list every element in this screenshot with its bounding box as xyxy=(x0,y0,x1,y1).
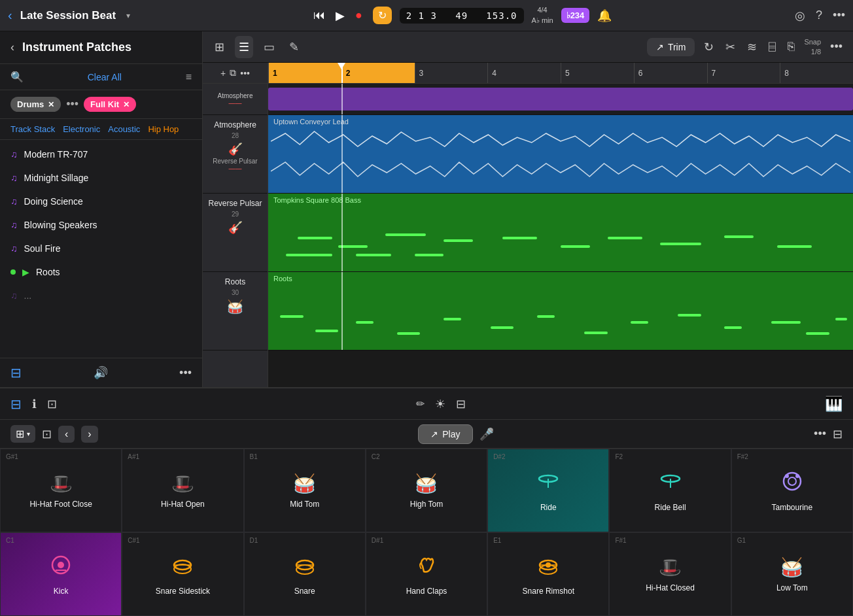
title-dropdown-arrow[interactable]: ▾ xyxy=(126,11,130,20)
track-more-button[interactable]: ••• xyxy=(240,68,250,78)
pad-mid-tom[interactable]: B1 🥁 Mid Tom xyxy=(244,449,366,532)
tag-more-button[interactable]: ••• xyxy=(66,97,78,111)
help-icon[interactable]: ? xyxy=(816,9,822,22)
play-button[interactable]: ▶ xyxy=(336,9,345,23)
loop-button[interactable]: ↻ xyxy=(373,7,392,24)
bracket-icon[interactable]: ⌸ xyxy=(766,37,778,56)
track-bass-content[interactable]: Tompkins Square 808 Bass xyxy=(268,194,853,272)
pad-kick[interactable]: C1 Kick xyxy=(0,532,122,616)
overflow-menu-icon[interactable]: ••• xyxy=(833,9,845,22)
copy-icon[interactable]: ⎘ xyxy=(785,37,797,56)
instrument-patches-panel: ‹ Instrument Patches 🔍 Clear All ≡ Drums… xyxy=(0,31,203,387)
track-roots-number: 30 xyxy=(232,289,239,296)
patch-music-icon-2: ♫ xyxy=(10,173,18,183)
key-display[interactable]: ♭234 xyxy=(561,8,590,23)
patch-soul-fire[interactable]: ♫ Soul Fire xyxy=(0,237,202,260)
pencil-tool[interactable]: ✏ xyxy=(416,398,425,410)
bass-note-1 xyxy=(298,237,333,239)
info-button[interactable]: ℹ xyxy=(32,397,37,411)
patch-blowing-speakers[interactable]: ♫ Blowing Speakers xyxy=(0,213,202,237)
fullkit-tag[interactable]: Full Kit ✕ xyxy=(84,97,136,112)
pad-tambourine[interactable]: F#2 Tambourine xyxy=(731,449,853,532)
ruler-header-controls: + ⧉ ••• xyxy=(203,63,268,84)
pad-hihat-closed[interactable]: F#1 🎩 Hi-Hat Closed xyxy=(609,532,731,616)
patch-modern-tr707[interactable]: ♫ Modern TR-707 xyxy=(0,143,202,166)
waveform-lower xyxy=(268,158,853,184)
loop-timeline-icon[interactable]: ↻ xyxy=(701,37,716,57)
play-cursor-icon: ↗ xyxy=(430,429,438,439)
grid-view-button[interactable]: ⊞ xyxy=(211,36,228,58)
rect-view-button[interactable]: ▭ xyxy=(260,36,279,58)
grid-dropdown-arrow: ▾ xyxy=(27,430,30,437)
track-roots-content[interactable]: Roots xyxy=(268,272,853,351)
patch-extra[interactable]: ♫ ... xyxy=(0,284,202,307)
filter-icon[interactable]: ≡ xyxy=(186,71,192,83)
volume-icon[interactable]: 🔊 xyxy=(29,366,171,380)
pad-hihat-open[interactable]: A#1 🎩 Hi-Hat Open xyxy=(122,449,243,532)
cat-electronic[interactable]: Electronic xyxy=(63,124,100,134)
wave-icon[interactable]: ≋ xyxy=(744,37,759,57)
right-icons: ◎ ? ••• xyxy=(795,9,845,23)
sub-more-button[interactable]: ••• xyxy=(814,427,826,441)
roots-note-8 xyxy=(584,332,608,334)
drum-machine-icon[interactable]: ⊟ xyxy=(10,365,22,381)
pad-note-c1: C1 xyxy=(6,537,14,544)
pad-high-tom[interactable]: C2 🥁 High Tom xyxy=(366,449,487,532)
add-track-copy-button[interactable]: ⧉ xyxy=(230,67,236,78)
pad-ride-bell[interactable]: F2 Ride Bell xyxy=(609,449,731,532)
grid-toggle-button[interactable]: ⊞ ▾ xyxy=(10,425,35,443)
pad-hand-claps-label: Hand Claps xyxy=(406,587,447,596)
cat-track-stack[interactable]: Track Stack xyxy=(10,124,55,134)
rewind-button[interactable]: ⏮ xyxy=(313,9,325,22)
play-button[interactable]: ↗ Play xyxy=(418,424,472,444)
eq-icon[interactable]: ⊟ xyxy=(456,397,466,411)
pad-hand-claps[interactable]: D#1 Hand Claps xyxy=(366,532,487,616)
metronome-button[interactable]: 🔔 xyxy=(597,9,612,23)
cat-hip-hop[interactable]: Hip Hop xyxy=(148,124,179,134)
prev-page-button[interactable]: ‹ xyxy=(58,426,75,443)
sun-icon[interactable]: ☀ xyxy=(435,397,445,411)
lines-icon[interactable]: ⊟ xyxy=(833,427,843,441)
drum-pad-view-icon[interactable]: ⊟ xyxy=(10,396,22,412)
pad-low-tom[interactable]: G1 🥁 Low Tom xyxy=(731,532,853,616)
timeline-ruler[interactable]: 1 2 3 4 5 6 7 8 xyxy=(268,63,853,84)
low-tom-icon: 🥁 xyxy=(780,556,803,578)
patch-roots[interactable]: ▶ Roots xyxy=(0,260,202,284)
trim-button[interactable]: ↗ Trim xyxy=(647,38,695,56)
fullkit-tag-remove[interactable]: ✕ xyxy=(123,100,130,109)
cut-icon[interactable]: ✂ xyxy=(723,37,738,57)
snap-display: Snap 1/8 xyxy=(804,37,821,56)
pad-note-g1: G#1 xyxy=(6,453,18,460)
hihat-open-icon: 🎩 xyxy=(171,473,194,494)
close-panel-button[interactable]: ‹ xyxy=(10,41,14,54)
drums-tag-remove[interactable]: ✕ xyxy=(48,100,54,109)
add-track-button[interactable]: + xyxy=(220,68,226,78)
track-atmosphere-blue-content[interactable]: Uptown Conveyor Lead xyxy=(268,115,853,194)
track-atmosphere-blue-label: Atmosphere xyxy=(214,120,256,129)
pad-kick-label: Kick xyxy=(54,587,69,596)
timeline-more-icon[interactable]: ••• xyxy=(827,37,845,56)
sub-layout-button[interactable]: ⊡ xyxy=(42,427,52,441)
next-page-button[interactable]: › xyxy=(81,426,97,443)
pad-snare[interactable]: D1 Snare xyxy=(244,532,366,616)
pad-snare-sidestick[interactable]: C#1 Snare Sidestick xyxy=(122,532,243,616)
piano-keyboard-icon[interactable]: 🎹 xyxy=(825,396,843,413)
pad-snare-rimshot[interactable]: E1 Snare Rimshot xyxy=(487,532,609,616)
cat-acoustic[interactable]: Acoustic xyxy=(108,124,140,134)
pencil-mode-button[interactable]: ✎ xyxy=(285,36,303,58)
record-button[interactable]: ● xyxy=(355,9,362,22)
track-atmosphere-purple-content[interactable] xyxy=(268,84,853,115)
panel-more-button[interactable]: ••• xyxy=(179,366,192,380)
pad-ride[interactable]: D#2 Ride xyxy=(487,449,609,532)
patch-midnight-sillage[interactable]: ♫ Midnight Sillage xyxy=(0,166,202,190)
pad-hihat-foot-close[interactable]: G#1 🎩 Hi-Hat Foot Close xyxy=(0,449,122,532)
headphones-icon[interactable]: ◎ xyxy=(795,9,805,23)
roots-notes-area xyxy=(268,292,853,350)
list-view-button[interactable]: ☰ xyxy=(235,36,253,58)
patch-doing-science[interactable]: ♫ Doing Science xyxy=(0,190,202,213)
clear-all-button[interactable]: Clear All xyxy=(30,72,179,82)
back-button[interactable]: ‹ xyxy=(8,8,12,23)
layout-button[interactable]: ⊡ xyxy=(47,397,57,411)
drums-tag[interactable]: Drums ✕ xyxy=(10,97,61,112)
mic-button[interactable]: 🎤 xyxy=(479,427,494,441)
